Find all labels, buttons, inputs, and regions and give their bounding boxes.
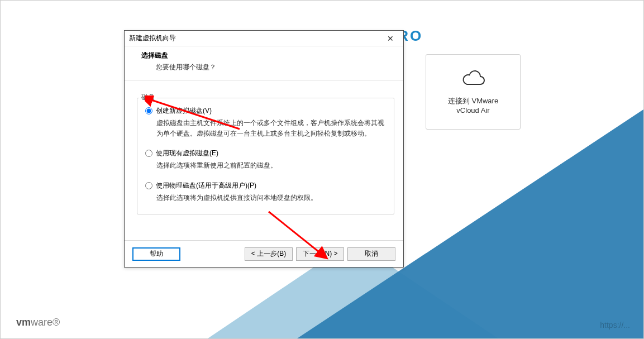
help-button[interactable]: 帮助 [132, 247, 180, 261]
create-disk-radio[interactable] [145, 107, 152, 114]
existing-disk-radio[interactable] [145, 150, 152, 157]
dialog-title: 新建虚拟机向导 [129, 34, 381, 43]
cloud-icon [460, 70, 486, 88]
dialog-titlebar[interactable]: 新建虚拟机向导 ✕ [125, 31, 403, 46]
vcloud-line1: 连接到 VMware [448, 96, 498, 106]
existing-disk-desc: 选择此选项将重新使用之前配置的磁盘。 [156, 160, 386, 171]
dialog-header-sub: 您要使用哪个磁盘？ [141, 63, 392, 72]
back-button[interactable]: < 上一步(B) [245, 247, 293, 261]
dialog-header-title: 选择磁盘 [141, 51, 392, 60]
create-disk-desc: 虚拟磁盘由主机文件系统上的一个或多个文件组成，客户机操作系统会将其视为单个硬盘。… [156, 118, 386, 139]
physical-disk-label: 使用物理磁盘(适用于高级用户)(P) [156, 181, 256, 190]
existing-disk-option[interactable]: 使用现有虚拟磁盘(E) [145, 149, 386, 158]
create-disk-option[interactable]: 创建新虚拟磁盘(V) [145, 106, 386, 116]
logo-prefix: vm [16, 317, 31, 328]
disk-fieldset-label: 磁盘 [139, 93, 157, 102]
close-button[interactable]: ✕ [381, 32, 400, 45]
dialog-footer: 帮助 < 上一步(B) 下一步(N) > 取消 [125, 240, 403, 267]
dialog-header: 选择磁盘 您要使用哪个磁盘？ [125, 46, 403, 80]
dialog-body: 磁盘 创建新虚拟磁盘(V) 虚拟磁盘由主机文件系统上的一个或多个文件组成，客户机… [125, 80, 403, 240]
disk-fieldset: 创建新虚拟磁盘(V) 虚拟磁盘由主机文件系统上的一个或多个文件组成，客户机操作系… [137, 98, 394, 214]
physical-disk-option[interactable]: 使用物理磁盘(适用于高级用户)(P) [145, 181, 386, 190]
cancel-button[interactable]: 取消 [347, 247, 395, 261]
next-button[interactable]: 下一步(N) > [296, 247, 344, 261]
physical-disk-desc: 选择此选项将为虚拟机提供直接访问本地硬盘的权限。 [156, 193, 386, 203]
create-disk-label: 创建新虚拟磁盘(V) [156, 106, 212, 116]
vmware-logo: vmware® [16, 317, 60, 328]
logo-suffix: ware [31, 317, 53, 328]
physical-disk-radio[interactable] [145, 182, 152, 189]
watermark: https://... [600, 321, 630, 330]
close-icon: ✕ [387, 34, 394, 43]
new-vm-wizard-dialog: 新建虚拟机向导 ✕ 选择磁盘 您要使用哪个磁盘？ 磁盘 创建新虚拟磁盘(V) 虚… [124, 30, 404, 268]
existing-disk-label: 使用现有虚拟磁盘(E) [156, 149, 218, 158]
